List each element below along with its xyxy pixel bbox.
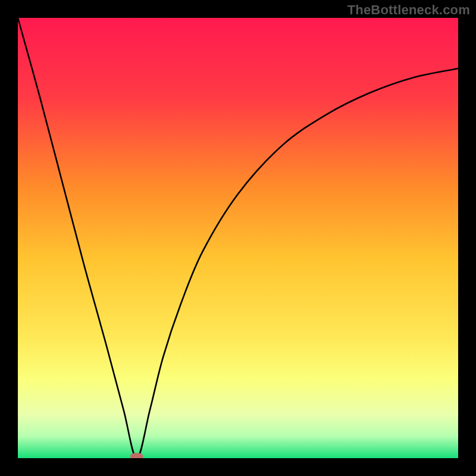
watermark-text: TheBottleneck.com bbox=[347, 2, 470, 18]
chart-frame: TheBottleneck.com bbox=[0, 0, 476, 476]
chart-svg bbox=[18, 18, 458, 458]
plot-area bbox=[18, 18, 458, 458]
